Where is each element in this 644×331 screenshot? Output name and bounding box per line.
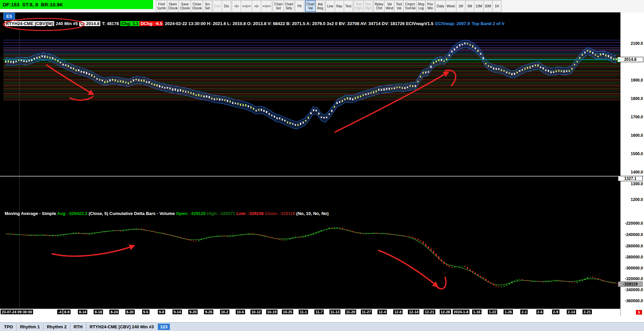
toolbar-button-1h[interactable]: 1H [492, 0, 502, 12]
toolbar-button-chart-set[interactable]: Chart Set [273, 0, 284, 12]
bottom-tab-rhythm-2[interactable]: Rhythm 2 [43, 323, 70, 330]
price-axis-label: -340000.0 [625, 288, 643, 292]
toolbar-button-nav-10[interactable]: >>|<< [261, 0, 272, 12]
date-label: 1-16 [472, 310, 481, 314]
price-axis-label: -280000.0 [625, 255, 643, 259]
date-axis[interactable]: 23-07-24 09:30:00-48-98-148-188-248-309-… [0, 309, 620, 316]
toolbar-button-ray[interactable]: Ray [335, 0, 344, 12]
toolbar-button-nav-9[interactable]: >|< [252, 0, 261, 12]
active-chart-label[interactable]: RTYH24-CME [CBV] 240 Min #3 [86, 324, 157, 329]
toolbar-button-srv-set[interactable]: Srv Set [203, 0, 212, 12]
date-label: 9-20 [188, 310, 198, 314]
price-axis-label: 1327.1 [618, 176, 643, 181]
chart-header-segment: DChg: -6.5 [139, 21, 163, 26]
chart-tab-es[interactable]: ES [3, 13, 15, 20]
chart-header-segment: 2024-02-22 13:30:00 H: 2021.6 L: 2010.8 … [163, 21, 435, 26]
date-label: 12-21 [424, 310, 435, 314]
toolbar-button-chart-val[interactable]: Chart Val [305, 0, 316, 12]
price-axis[interactable]: 5 2100.02014.81900.01800.01700.01600.015… [620, 12, 644, 316]
toolbar-button-save-cbook[interactable]: Save Cbook [179, 0, 191, 12]
date-label: 8-18 [94, 310, 103, 314]
price-axis-label: 1300.0 [631, 182, 643, 186]
toolbar-button-ptr[interactable]: Ptr [295, 0, 304, 12]
date-label: 11-20 [345, 310, 356, 314]
price-axis-label: 1400.0 [631, 170, 643, 175]
study-line-segment: Cumulative Delta Bars - Volume [109, 211, 176, 216]
toolbar-button-close-cbook[interactable]: Close Cbook [191, 0, 203, 12]
date-label: 11-7 [315, 310, 324, 314]
study-line-segment: Moving Average - Simple [5, 211, 57, 216]
status-bar: DF:153 ST:8, 8 BR:10.9K [0, 0, 153, 9]
date-label: 8-9 [63, 310, 71, 314]
bottom-tab-rth[interactable]: RTH [70, 323, 86, 330]
date-label: 8-14 [78, 310, 87, 314]
date-label: 10-25 [282, 310, 293, 314]
price-axis-label: -220000.0 [625, 221, 643, 226]
chart-header-segment: Top Band 2 of V [470, 21, 505, 26]
toolbar-button-week[interactable]: Week [445, 0, 456, 12]
date-label: 10-12 [250, 310, 262, 314]
price-axis-label: 2014.8 [617, 57, 643, 62]
toolbar-button-tool-cfg1: Tool Cfg1 [354, 0, 363, 12]
toolbar-button-tool-cfg2: Tool Cfg2 [363, 0, 373, 12]
chart-header-segment: 240 Min #5 [54, 21, 79, 26]
toolbar-button-nav-8[interactable]: <<|>> [241, 0, 252, 12]
date-label: 10-19 [266, 310, 278, 314]
toolbar-button-pos-win[interactable]: Pos Win [425, 0, 435, 12]
price-axis-label: -328119 [618, 282, 643, 287]
toolbar-button-dis[interactable]: Dis [222, 0, 231, 12]
chart-number-badge[interactable]: 123 [158, 324, 170, 330]
date-label: 9-5 [142, 310, 149, 314]
date-label-clipped: -4 [57, 310, 63, 314]
price-chart-canvas[interactable] [0, 12, 620, 316]
date-label: 12-14 [408, 310, 419, 314]
date-label: 8-24 [109, 310, 119, 314]
toolbar-button-tool-val[interactable]: Tool Val [394, 0, 404, 12]
date-label: 1-26 [504, 310, 513, 314]
chart-header-line: RTYH24-CME [CBV][M] 240 Min #5 C: 2014.8… [5, 21, 505, 26]
toolbar-button-10m[interactable]: 10M [474, 0, 484, 12]
date-label: 2024-1-8 [453, 310, 469, 314]
toolbar-button-5m[interactable]: 5M [465, 0, 474, 12]
price-axis-label: 1200.0 [631, 197, 643, 202]
study-line-segment: Avg: -329422.2 [57, 211, 88, 216]
toolbar-button-val-wind[interactable]: Val Wind [384, 0, 395, 12]
toolbar-button-chart-stdy[interactable]: Chart Stdy [284, 0, 294, 12]
toolbar-button-adj-reg[interactable]: Adj Reg [316, 0, 325, 12]
price-axis-label: 1600.0 [631, 133, 643, 138]
price-axis-label: 1800.0 [631, 96, 643, 101]
bottom-tab-bar: TPORhythm 1Rhythm 2RTH RTYH24-CME [CBV] … [0, 322, 644, 331]
toolbar-button-rplay-chrt[interactable]: Rplay Chrt [373, 0, 385, 12]
toolbar-button-nav-7[interactable]: <|> [232, 0, 241, 12]
study-line-segment: Close: -328119 [264, 211, 295, 216]
chart-header-segment: Chg: 1.1 [120, 21, 139, 26]
toolbar-button-line[interactable]: Line [326, 0, 335, 12]
price-axis-label: 2100.0 [631, 41, 643, 46]
toolbar-button-cmpct-toolval[interactable]: Cmpct ToolVal [403, 0, 417, 12]
chart-header-segment: ECIVwap: 2007.9 [435, 21, 470, 26]
chart-region[interactable]: ES RTYH24-CME [CBV][M] 240 Min #5 C: 201… [0, 12, 620, 316]
bottom-tab-rhythm-1[interactable]: Rhythm 1 [17, 323, 43, 330]
date-label: 1-22 [488, 310, 497, 314]
price-axis-label: -240000.0 [625, 232, 643, 237]
window-tabs: TPORhythm 1Rhythm 2RTH [1, 323, 86, 330]
toolbar-button-msg-log[interactable]: Msg Log [416, 0, 426, 12]
chart-header-segment: RTYH24-CME [CBV][M] [5, 21, 54, 26]
toolbar-button-open-cbook[interactable]: Open Cbook [167, 0, 179, 12]
date-label: 2-21 [582, 310, 592, 314]
main-toolbar: DF:153 ST:8, 8 BR:10.9K Find SymbOpen Cb… [0, 0, 644, 13]
price-axis-label: 1500.0 [631, 151, 643, 156]
toolbar-button-1m[interactable]: 1M [456, 0, 465, 12]
toolbar-button-daily[interactable]: Daily [435, 0, 445, 12]
toolbar-button-find-symb[interactable]: Find Symb [156, 0, 167, 12]
price-axis-label: 1900.0 [631, 78, 643, 83]
toolbar-button-30m[interactable]: 30M [483, 0, 493, 12]
study-values-line: Moving Average - Simple Avg: -329422.2 (… [5, 211, 329, 216]
study-line-segment: High: -326571 [206, 211, 235, 216]
bottom-tab-tpo[interactable]: TPO [1, 323, 17, 330]
date-label: 2-14 [567, 310, 576, 314]
chart-header-segment: T: 48178 [100, 21, 120, 26]
toolbar-button-text[interactable]: Text [344, 0, 353, 12]
study-line-segment: Open: -329125 [176, 211, 206, 216]
price-axis-label: -300000.0 [625, 266, 643, 270]
